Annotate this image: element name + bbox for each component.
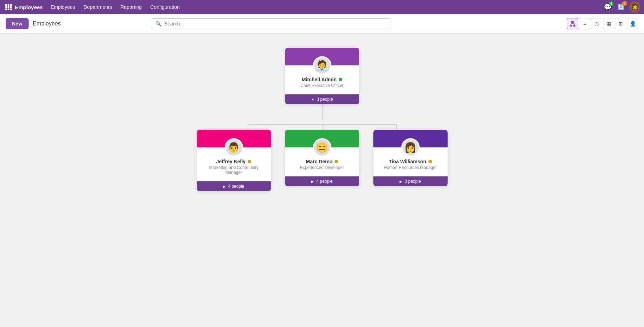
svg-rect-9	[571, 21, 574, 23]
jeffrey-people-count: 4 people	[228, 184, 244, 189]
main-content: 🧑‍💼 Mitchell Admin Chief Executive Offic…	[0, 34, 644, 327]
updates-icon-btn[interactable]: 🔄 4	[616, 2, 626, 12]
root-card-header: 🧑‍💼	[285, 48, 359, 65]
view-activity-button[interactable]: ◷	[591, 18, 602, 29]
view-grid-button[interactable]: ⊞	[615, 18, 626, 29]
root-avatar-icon: 🧑‍💼	[316, 60, 328, 71]
svg-rect-10	[570, 25, 572, 27]
tina-avatar-icon: 👩	[404, 142, 416, 153]
marc-people-count: 4 people	[316, 179, 332, 184]
tina-status-dot	[429, 160, 432, 163]
root-connector-v	[322, 104, 323, 119]
chat-badge: 6	[609, 1, 614, 6]
topbar-nav: Employees Departments Reporting Configur…	[47, 3, 601, 11]
view-controls: ≡ ◷ ▦ ⊞ 👤	[567, 18, 638, 29]
root-people-count: 3 people	[317, 97, 333, 102]
chat-icon-btn[interactable]: 💬 6	[602, 2, 613, 12]
jeffrey-avatar-icon: 👨	[228, 142, 240, 153]
marc-role: Experienced Developer	[289, 165, 355, 170]
user-avatar[interactable]: 🧔	[629, 1, 640, 13]
branch-connector	[193, 119, 451, 130]
page-title: Employees	[33, 21, 61, 27]
children-section: 👨 Jeffrey Kelly Marketing and Community …	[193, 119, 451, 191]
svg-rect-8	[10, 8, 12, 10]
search-icon: 🔍	[155, 21, 161, 27]
root-status-dot	[339, 78, 342, 81]
svg-rect-2	[10, 4, 12, 6]
nav-employees[interactable]: Employees	[47, 3, 78, 11]
svg-rect-5	[10, 6, 12, 8]
avatar-icon: 🧔	[631, 3, 639, 11]
jeffrey-header: 👨	[197, 130, 271, 147]
tina-header: 👩	[373, 130, 448, 147]
view-chart-button[interactable]: ▦	[603, 18, 614, 29]
marc-avatar: 😑	[313, 138, 331, 157]
chart-icon: ▦	[607, 21, 611, 27]
clock-icon: ◷	[595, 21, 599, 27]
marc-name: Marc Demo	[289, 159, 355, 164]
svg-rect-1	[8, 4, 10, 6]
marc-header: 😑	[285, 130, 359, 147]
svg-rect-0	[5, 4, 7, 6]
topbar: Employees Employees Departments Reportin…	[0, 0, 644, 14]
jeffrey-people-footer[interactable]: ▶ 4 people	[197, 181, 271, 191]
jeffrey-expand-icon: ▶	[223, 185, 226, 188]
svg-rect-6	[5, 8, 7, 10]
view-list-button[interactable]: ≡	[579, 18, 590, 29]
tina-avatar: 👩	[401, 138, 420, 157]
org-card-marc[interactable]: 😑 Marc Demo Experienced Developer ▶ 4 pe…	[285, 130, 359, 186]
org-chart: 🧑‍💼 Mitchell Admin Chief Executive Offic…	[193, 48, 451, 191]
children-row: 👨 Jeffrey Kelly Marketing and Community …	[197, 130, 448, 191]
jeffrey-avatar: 👨	[225, 138, 243, 157]
tina-people-footer[interactable]: ▶ 3 people	[373, 176, 448, 186]
tina-expand-icon: ▶	[400, 180, 402, 183]
svg-rect-7	[8, 8, 10, 10]
root-card-role: Chief Executive Officer	[289, 83, 355, 88]
search-input[interactable]	[164, 21, 386, 27]
topbar-right: 💬 6 🔄 4 🧔	[602, 1, 640, 13]
topbar-brand: Employees	[15, 4, 43, 10]
nav-reporting[interactable]: Reporting	[117, 3, 146, 11]
svg-rect-4	[8, 6, 10, 8]
svg-rect-3	[5, 6, 7, 8]
actionbar: New Employees 🔍 ≡ ◷ ▦ ⊞	[0, 14, 644, 34]
expand-icon: ▼	[311, 98, 315, 101]
jeffrey-status-dot	[248, 160, 251, 163]
tina-role: Human Resources Manager	[378, 165, 443, 170]
root-people-footer[interactable]: ▼ 3 people	[285, 94, 359, 104]
org-card-tina[interactable]: 👩 Tina Williamson Human Resources Manage…	[373, 130, 448, 186]
list-icon: ≡	[583, 21, 586, 27]
nav-departments[interactable]: Departments	[80, 3, 115, 11]
apps-menu-icon[interactable]	[4, 2, 13, 12]
nav-configuration[interactable]: Configuration	[147, 3, 183, 11]
org-card-root[interactable]: 🧑‍💼 Mitchell Admin Chief Executive Offic…	[285, 48, 359, 104]
updates-badge: 4	[622, 1, 627, 6]
view-org-button[interactable]: 👤	[627, 18, 638, 29]
jeffrey-role: Marketing and Community Manager	[201, 165, 267, 175]
marc-avatar-icon: 😑	[316, 142, 328, 153]
org-icon: 👤	[630, 21, 636, 27]
tina-people-count: 3 people	[404, 179, 421, 184]
marc-people-footer[interactable]: ▶ 4 people	[285, 176, 359, 186]
search-bar: 🔍	[151, 18, 391, 29]
marc-status-dot	[335, 160, 338, 163]
marc-expand-icon: ▶	[311, 180, 314, 183]
tina-name: Tina Williamson	[378, 159, 443, 164]
new-button[interactable]: New	[6, 18, 29, 29]
root-avatar: 🧑‍💼	[313, 56, 331, 75]
svg-rect-11	[573, 25, 575, 27]
org-card-jeffrey[interactable]: 👨 Jeffrey Kelly Marketing and Community …	[197, 130, 271, 191]
view-hierarchy-button[interactable]	[567, 18, 578, 29]
root-card-name: Mitchell Admin	[289, 77, 355, 82]
grid-icon: ⊞	[619, 21, 623, 27]
jeffrey-name: Jeffrey Kelly	[201, 159, 267, 164]
